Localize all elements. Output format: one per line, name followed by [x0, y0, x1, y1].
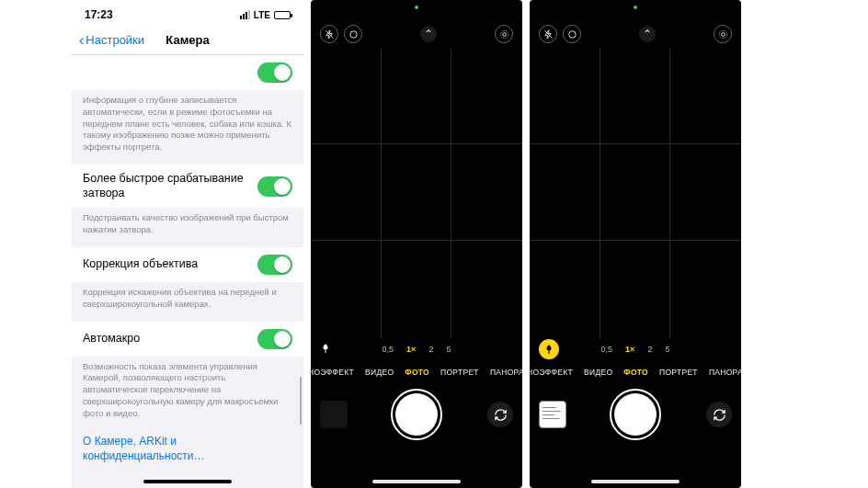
flash-button[interactable] — [320, 25, 338, 43]
mode-row[interactable]: ИНОЭФФЕКТ ВИДЕО ФОТО ПОРТРЕТ ПАНОРАМ — [530, 360, 741, 384]
toggle-lens-correction[interactable] — [257, 255, 292, 275]
footer-faster-shutter: Подстраивать качество изображений при бы… — [72, 208, 303, 236]
flip-camera-button[interactable] — [706, 402, 732, 427]
camera-top-controls: ⌃ — [311, 20, 522, 48]
chevron-up-icon[interactable]: ⌃ — [639, 26, 656, 42]
svg-point-7 — [719, 30, 726, 38]
zoom-row: 0,5 1× 2 5 — [530, 338, 741, 360]
camera-viewport[interactable] — [530, 48, 741, 338]
toggle-faster-shutter[interactable] — [257, 176, 292, 197]
cell-depth-partial[interactable]: — — [72, 55, 303, 90]
svg-point-2 — [502, 32, 506, 36]
night-mode-button[interactable] — [344, 25, 362, 43]
last-photo-thumbnail[interactable] — [539, 401, 566, 428]
status-net: LTE — [254, 10, 270, 20]
label-lens-correction: Коррекция объектива — [83, 257, 198, 272]
mode-photo[interactable]: ФОТО — [405, 368, 429, 377]
camera-screen-a: ⌃ 0,5 1× 2 5 ИНОЭФФЕКТ ВИДЕО ФОТО ПОРТРЕ… — [311, 0, 522, 488]
camera-bottom-controls — [530, 384, 741, 445]
zoom-5[interactable]: 5 — [446, 345, 451, 354]
shutter-button[interactable] — [614, 393, 657, 436]
svg-point-5 — [568, 30, 575, 37]
privacy-dot-icon — [634, 6, 637, 9]
cell-lens-correction[interactable]: Коррекция объектива — [72, 247, 303, 282]
macro-indicator-icon[interactable] — [320, 343, 331, 357]
svg-point-6 — [721, 32, 725, 36]
footer-depth: Информация о глубине записывается автома… — [72, 90, 303, 153]
chevron-up-icon[interactable]: ⌃ — [420, 26, 437, 42]
about-link[interactable]: О Камере, ARKit и конфиденциальности… — [83, 435, 205, 462]
night-mode-button[interactable] — [563, 25, 581, 43]
toggle-automacro[interactable] — [257, 329, 292, 349]
zoom-2[interactable]: 2 — [428, 345, 433, 354]
signal-icon — [240, 10, 250, 19]
chevron-left-icon: ‹ — [79, 33, 84, 48]
camera-screen-b: ⌃ 0,5 1× 2 5 ИНОЭФФЕКТ ВИДЕО ФОТО ПОРТРЕ… — [530, 0, 741, 488]
footer-lens-correction: Коррекция искажения объектива на передне… — [72, 282, 303, 311]
scroll-indicator[interactable] — [300, 377, 303, 425]
home-indicator[interactable] — [372, 480, 461, 483]
mode-pano[interactable]: ПАНОРАМ — [709, 368, 741, 377]
label-faster-shutter: Более быстрое срабатывание затвора — [83, 172, 257, 200]
settings-content[interactable]: — Информация о глубине записывается авто… — [72, 55, 303, 471]
toggle-depth[interactable] — [257, 62, 292, 83]
nav-bar: ‹ Настройки Камера — [72, 26, 303, 55]
footer-automacro: Возможность показа элемента управления К… — [72, 357, 303, 420]
zoom-2[interactable]: 2 — [647, 345, 652, 354]
macro-button[interactable] — [539, 339, 559, 359]
zoom-1x[interactable]: 1× — [406, 345, 416, 354]
camera-status — [311, 0, 522, 20]
flip-camera-button[interactable] — [487, 402, 513, 427]
mode-photo[interactable]: ФОТО — [623, 368, 648, 377]
mode-row[interactable]: ИНОЭФФЕКТ ВИДЕО ФОТО ПОРТРЕТ ПАНОРАМ — [311, 360, 522, 384]
mode-portrait[interactable]: ПОРТРЕТ — [659, 368, 698, 377]
last-photo-thumbnail[interactable] — [320, 401, 348, 428]
mode-kino[interactable]: ИНОЭФФЕКТ — [311, 368, 354, 377]
cell-automacro[interactable]: Автомакро — [72, 322, 303, 357]
page-title: Камера — [166, 33, 209, 47]
camera-viewport[interactable] — [311, 48, 522, 338]
battery-icon — [274, 11, 291, 19]
label-automacro: Автомакро — [83, 332, 140, 346]
svg-point-1 — [349, 30, 356, 37]
mode-video[interactable]: ВИДЕО — [584, 368, 612, 377]
camera-bottom-controls — [311, 384, 522, 445]
home-indicator[interactable] — [143, 480, 232, 483]
mode-kino[interactable]: ИНОЭФФЕКТ — [530, 368, 573, 377]
shutter-button[interactable] — [395, 393, 438, 436]
privacy-dot-icon — [415, 6, 418, 9]
cell-faster-shutter[interactable]: Более быстрое срабатывание затвора — [72, 165, 303, 208]
zoom-0.5[interactable]: 0,5 — [601, 345, 613, 354]
zoom-row: 0,5 1× 2 5 — [311, 338, 522, 360]
flash-button[interactable] — [539, 25, 557, 43]
live-photo-button[interactable] — [714, 25, 732, 43]
zoom-1x[interactable]: 1× — [625, 345, 634, 354]
mode-portrait[interactable]: ПОРТРЕТ — [440, 368, 479, 377]
zoom-5[interactable]: 5 — [665, 345, 669, 354]
mode-pano[interactable]: ПАНОРАМ — [490, 368, 522, 377]
status-bar: 17:23 LTE — [72, 0, 303, 26]
settings-screen: 17:23 LTE ‹ Настройки Камера — Информаци… — [72, 0, 303, 488]
mode-video[interactable]: ВИДЕО — [365, 368, 394, 377]
back-label: Настройки — [86, 33, 144, 47]
camera-status — [530, 0, 741, 20]
live-photo-button[interactable] — [495, 25, 513, 43]
camera-top-controls: ⌃ — [530, 20, 741, 48]
status-time: 17:23 — [85, 8, 113, 21]
svg-point-3 — [500, 30, 508, 38]
status-right: LTE — [240, 10, 291, 20]
home-indicator[interactable] — [591, 480, 680, 483]
zoom-0.5[interactable]: 0,5 — [383, 345, 394, 354]
back-button[interactable]: ‹ Настройки — [79, 33, 144, 48]
